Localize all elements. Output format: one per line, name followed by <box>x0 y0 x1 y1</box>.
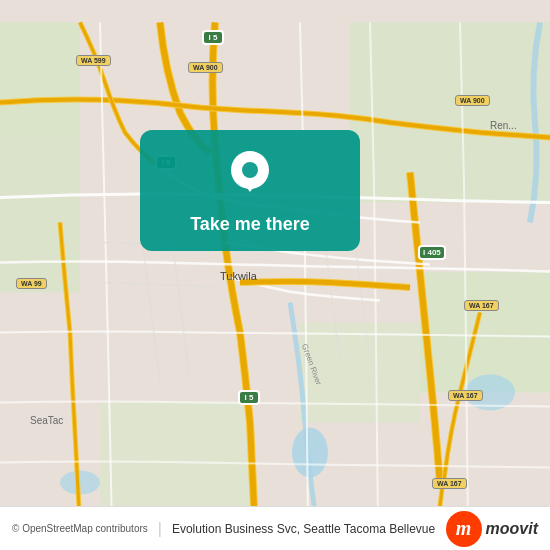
svg-rect-3 <box>350 23 550 203</box>
svg-rect-1 <box>0 23 80 143</box>
copyright-text: © OpenStreetMap contributors <box>12 523 148 534</box>
moovit-logo[interactable]: m moovit <box>446 511 538 547</box>
wa167-label-2: WA 167 <box>448 390 483 401</box>
wa900-label-2: WA 900 <box>455 95 490 106</box>
map-svg <box>0 0 550 550</box>
svg-rect-2 <box>0 143 80 293</box>
svg-point-11 <box>242 162 258 178</box>
bottom-info: © OpenStreetMap contributors | Evolution… <box>12 520 435 538</box>
moovit-name: moovit <box>486 520 538 538</box>
cta-overlay[interactable]: Take me there <box>140 130 360 251</box>
wa167-label-3: WA 167 <box>432 478 467 489</box>
pin-container <box>228 150 272 200</box>
location-text: Evolution Business Svc, Seattle Tacoma B… <box>172 522 435 536</box>
bottom-bar: © OpenStreetMap contributors | Evolution… <box>0 506 550 550</box>
wa900-label-1: WA 900 <box>188 62 223 73</box>
map-container: Tukwila SeaTac Ren... Green River I 5 I … <box>0 0 550 550</box>
moovit-icon: m <box>446 511 482 547</box>
wa167-label-1: WA 167 <box>464 300 499 311</box>
i405-label: I 405 <box>418 245 446 260</box>
take-me-there-button[interactable]: Take me there <box>190 214 310 235</box>
i5-label-1: I 5 <box>202 30 224 45</box>
wa99-label: WA 99 <box>16 278 47 289</box>
renton-label: Ren... <box>490 120 517 131</box>
tukwila-label: Tukwila <box>220 270 257 282</box>
location-pin-icon <box>228 150 272 204</box>
i5-label-3: I 5 <box>238 390 260 405</box>
wa599-label: WA 599 <box>76 55 111 66</box>
seatac-label: SeaTac <box>30 415 63 426</box>
svg-rect-4 <box>420 273 550 393</box>
